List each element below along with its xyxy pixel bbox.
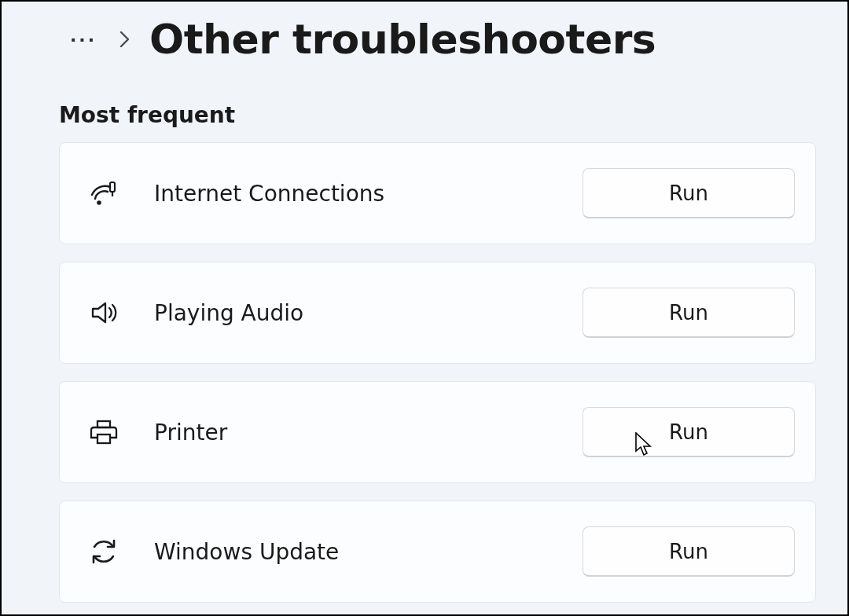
troubleshooter-label: Internet Connections (154, 181, 583, 207)
run-button-windows-update[interactable]: Run (583, 526, 795, 577)
run-button-internet-connections[interactable]: Run (583, 168, 795, 218)
svg-point-0 (97, 200, 101, 205)
section-heading-most-frequent: Most frequent (59, 102, 847, 128)
chevron-right-icon (119, 31, 130, 48)
breadcrumb-more-button[interactable]: ··· (66, 22, 101, 57)
svg-rect-3 (97, 421, 110, 427)
troubleshooter-printer: Printer Run (59, 381, 816, 483)
troubleshooter-label: Printer (154, 420, 583, 446)
svg-rect-1 (110, 182, 115, 192)
printer-icon (88, 416, 119, 448)
speaker-icon (88, 297, 119, 328)
troubleshooter-internet-connections: Internet Connections Run (59, 142, 816, 244)
wifi-icon (88, 178, 119, 209)
run-button-playing-audio[interactable]: Run (583, 288, 795, 338)
svg-rect-4 (97, 434, 110, 443)
troubleshooter-playing-audio: Playing Audio Run (59, 262, 816, 364)
run-button-printer[interactable]: Run (583, 407, 795, 457)
page-header: ··· Other troubleshooters (2, 2, 847, 63)
page-title: Other troubleshooters (149, 16, 656, 63)
troubleshooter-list: Internet Connections Run Playing Audio R… (2, 142, 847, 603)
troubleshooter-windows-update: Windows Update Run (59, 500, 816, 603)
troubleshooter-label: Playing Audio (154, 300, 583, 326)
troubleshooter-label: Windows Update (154, 539, 583, 565)
refresh-icon (88, 536, 119, 567)
